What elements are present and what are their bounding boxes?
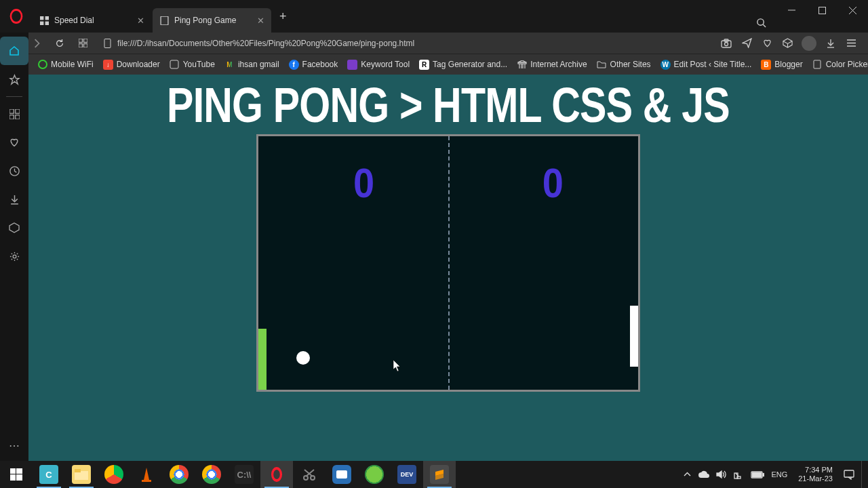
bookmark-mobile-wifi[interactable]: Mobile WiFi bbox=[38, 60, 94, 69]
tray-battery-icon[interactable] bbox=[751, 471, 764, 479]
taskbar-tray: ENG 7:34 PM 21-Mar-23 bbox=[684, 461, 868, 488]
sidebar-settings-icon[interactable] bbox=[0, 242, 28, 270]
window-controls bbox=[776, 0, 868, 33]
svg-rect-13 bbox=[79, 44, 82, 47]
search-tabs-icon[interactable] bbox=[746, 12, 776, 33]
taskbar-opera[interactable] bbox=[260, 461, 293, 488]
browser-titlebar: Speed Dial ✕ Ping Pong Game ✕ + bbox=[0, 0, 868, 33]
minimize-button[interactable] bbox=[776, 0, 807, 20]
svg-rect-4 bbox=[161, 16, 168, 25]
bookmark-youtube[interactable]: YouTube bbox=[170, 60, 215, 70]
sidebar-downloads-icon[interactable] bbox=[0, 185, 28, 214]
downloads-icon[interactable] bbox=[825, 37, 837, 49]
taskbar-chrome-canary[interactable] bbox=[98, 461, 130, 488]
tray-volume-icon[interactable] bbox=[716, 470, 727, 479]
score-right: 0 bbox=[542, 159, 564, 207]
cube-icon[interactable] bbox=[781, 37, 793, 49]
close-window-button[interactable] bbox=[837, 0, 868, 20]
reload-button[interactable] bbox=[52, 35, 68, 52]
svg-rect-45 bbox=[10, 468, 16, 474]
bookmark-gmail[interactable]: Mihsan gmail bbox=[224, 60, 279, 70]
tray-network-icon[interactable] bbox=[734, 470, 744, 479]
svg-rect-37 bbox=[170, 60, 178, 68]
taskbar-chrome-2[interactable] bbox=[195, 461, 228, 488]
bookmark-facebook[interactable]: fFacebook bbox=[289, 60, 338, 70]
show-desktop-button[interactable] bbox=[861, 461, 865, 488]
svg-rect-57 bbox=[336, 470, 347, 479]
sidebar-bookmarks-icon[interactable] bbox=[0, 65, 28, 94]
ball bbox=[296, 351, 310, 365]
bookmark-other-sites[interactable]: Other Sites bbox=[597, 60, 651, 70]
url-box[interactable]: file:///D:/ihsan/Documents/Other%20Files… bbox=[98, 39, 713, 48]
bookmark-downloader[interactable]: ↓Downloader bbox=[103, 60, 160, 70]
svg-rect-28 bbox=[9, 109, 14, 113]
page-content: PING PONG > HTML CSS & JS 0 0 bbox=[28, 75, 868, 461]
sidebar-more-icon[interactable]: ⋯ bbox=[0, 435, 28, 455]
send-icon[interactable] bbox=[741, 37, 753, 49]
bookmark-tag-generator[interactable]: RTag Generator and... bbox=[419, 60, 507, 70]
svg-rect-29 bbox=[15, 109, 19, 113]
tray-language[interactable]: ENG bbox=[771, 470, 787, 479]
svg-marker-60 bbox=[717, 471, 722, 478]
left-paddle bbox=[258, 329, 267, 390]
sidebar-heart-icon[interactable] bbox=[0, 128, 28, 157]
close-icon[interactable]: ✕ bbox=[137, 16, 144, 26]
sidebar-extensions-icon[interactable] bbox=[0, 214, 28, 242]
folder-icon bbox=[597, 60, 607, 70]
svg-rect-11 bbox=[79, 39, 82, 42]
profile-avatar[interactable] bbox=[802, 36, 816, 51]
sidebar-history-icon[interactable] bbox=[0, 157, 28, 185]
svg-point-5 bbox=[757, 18, 764, 24]
tab-label: Ping Pong Game bbox=[174, 16, 236, 25]
taskbar-vlc[interactable] bbox=[130, 461, 163, 488]
start-button[interactable] bbox=[0, 461, 33, 488]
taskbar-devcpp[interactable]: DEV bbox=[391, 461, 423, 488]
opera-logo-icon[interactable] bbox=[0, 0, 33, 33]
taskbar-snipping[interactable] bbox=[293, 461, 326, 488]
tabs-row: Speed Dial ✕ Ping Pong Game ✕ + bbox=[33, 0, 746, 33]
tray-clock[interactable]: 7:34 PM 21-Mar-23 bbox=[794, 466, 837, 483]
tray-chevron-up-icon[interactable] bbox=[684, 472, 691, 477]
svg-rect-12 bbox=[83, 39, 87, 42]
pong-game-canvas[interactable]: 0 0 bbox=[256, 134, 640, 392]
svg-marker-43 bbox=[518, 60, 526, 62]
sidebar-speed-dial-icon[interactable] bbox=[0, 100, 28, 128]
forward-button[interactable] bbox=[28, 35, 45, 52]
new-tab-button[interactable]: + bbox=[273, 9, 294, 24]
bookmark-keyword-tool[interactable]: Keyword Tool bbox=[347, 60, 410, 70]
bookmark-blogger[interactable]: BBlogger bbox=[761, 60, 802, 70]
tab-ping-pong[interactable]: Ping Pong Game ✕ bbox=[153, 8, 271, 33]
bookmark-wordpress[interactable]: WEdit Post ‹ Site Title... bbox=[660, 60, 752, 70]
sidebar-home-icon[interactable] bbox=[0, 37, 28, 65]
close-icon[interactable]: ✕ bbox=[257, 16, 264, 26]
taskbar-screen-recorder[interactable] bbox=[326, 461, 358, 488]
page-file-icon bbox=[103, 39, 112, 48]
taskbar-idm[interactable] bbox=[358, 461, 391, 488]
apps-icon[interactable] bbox=[75, 35, 91, 52]
youtube-icon bbox=[170, 60, 180, 70]
tab-speed-dial[interactable]: Speed Dial ✕ bbox=[33, 8, 151, 33]
svg-rect-66 bbox=[753, 472, 762, 476]
svg-marker-51 bbox=[144, 468, 149, 480]
heart-icon[interactable] bbox=[761, 37, 773, 49]
snapshot-icon[interactable] bbox=[720, 37, 732, 49]
taskbar-explorer[interactable] bbox=[65, 461, 98, 488]
taskbar-camtasia[interactable]: C bbox=[33, 461, 65, 488]
bookmarks-bar: Mobile WiFi ↓Downloader YouTube Mihsan g… bbox=[0, 54, 868, 75]
easy-setup-icon[interactable] bbox=[845, 37, 857, 49]
bookmark-internet-archive[interactable]: Internet Archive bbox=[517, 60, 587, 70]
taskbar-sublime[interactable] bbox=[423, 461, 456, 488]
tray-notifications-icon[interactable] bbox=[844, 470, 854, 480]
svg-rect-46 bbox=[16, 468, 22, 474]
bookmark-color-picker[interactable]: Color Picker bbox=[812, 60, 868, 70]
svg-rect-65 bbox=[763, 473, 764, 476]
svg-marker-27 bbox=[9, 75, 18, 83]
taskbar-terminal[interactable]: C:\\ bbox=[228, 461, 260, 488]
page-icon bbox=[159, 16, 169, 25]
gmail-icon: M bbox=[224, 60, 235, 70]
maximize-button[interactable] bbox=[807, 0, 837, 20]
svg-rect-47 bbox=[10, 474, 16, 481]
taskbar-chrome[interactable] bbox=[163, 461, 195, 488]
tray-onedrive-icon[interactable] bbox=[698, 470, 709, 479]
tab-label: Speed Dial bbox=[54, 16, 94, 25]
